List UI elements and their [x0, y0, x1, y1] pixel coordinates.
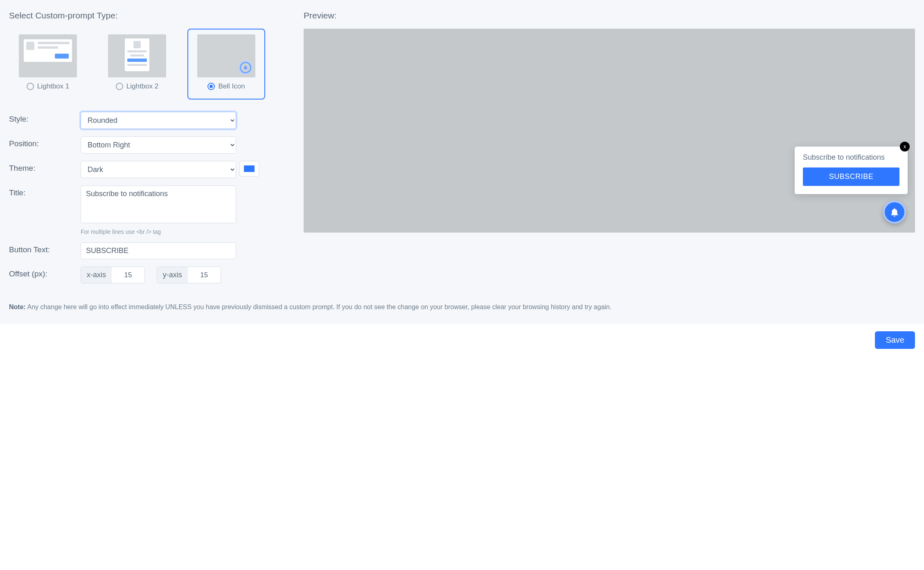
bell-icon [240, 62, 251, 73]
prompt-type-options: Lightbox 1 Lightbox 2 Bell Icon [9, 29, 287, 100]
radio-icon [116, 83, 123, 90]
position-label: Position: [9, 136, 81, 148]
lightbox2-thumb [108, 34, 166, 77]
type-option-lightbox1[interactable]: Lightbox 1 [9, 29, 87, 100]
preview-bell-icon[interactable] [883, 201, 906, 224]
type-option-bell-icon[interactable]: Bell Icon [187, 29, 265, 100]
lightbox1-thumb [19, 34, 77, 77]
type-label: Lightbox 1 [37, 82, 69, 90]
preview-canvas: x Subscribe to notifications SUBSCRIBE [304, 29, 915, 233]
theme-select[interactable]: Dark [81, 161, 236, 178]
title-hint: For multiple lines use <br /> tag [81, 228, 287, 235]
title-label: Title: [9, 185, 81, 197]
preview-popup: x Subscribe to notifications SUBSCRIBE [795, 147, 908, 194]
footer: Save [0, 324, 924, 356]
title-textarea[interactable]: Subscribe to notifications [81, 185, 236, 223]
preview-column: Preview: x Subscribe to notifications SU… [304, 11, 915, 291]
settings-panel: Select Custom-prompt Type: Lightbox 1 Li… [0, 0, 924, 324]
radio-icon [27, 83, 34, 90]
save-button[interactable]: Save [875, 331, 915, 349]
type-option-lightbox2[interactable]: Lightbox 2 [98, 29, 176, 100]
select-type-heading: Select Custom-prompt Type: [9, 11, 287, 20]
y-axis-tag: y-axis [157, 267, 188, 283]
config-column: Select Custom-prompt Type: Lightbox 1 Li… [9, 11, 287, 291]
radio-icon [207, 83, 215, 90]
style-label: Style: [9, 112, 81, 124]
style-select[interactable]: Rounded [81, 112, 236, 129]
color-swatch[interactable] [239, 161, 259, 176]
note-text: Note: Any change here will go into effec… [9, 302, 915, 312]
offset-x-input[interactable] [112, 267, 144, 283]
preview-title: Subscribe to notifications [803, 153, 899, 162]
bell-icon-thumb [197, 34, 255, 77]
button-text-input[interactable] [81, 242, 236, 259]
bell-icon [889, 207, 900, 217]
x-axis-tag: x-axis [81, 267, 112, 283]
preview-subscribe-button[interactable]: SUBSCRIBE [803, 167, 899, 186]
button-text-label: Button Text: [9, 242, 81, 254]
offset-label: Offset (px): [9, 267, 81, 278]
note-label: Note: [9, 303, 26, 310]
note-body: Any change here will go into effect imme… [26, 303, 612, 310]
close-icon[interactable]: x [900, 142, 910, 152]
position-select[interactable]: Bottom Right [81, 136, 236, 154]
preview-heading: Preview: [304, 11, 915, 20]
type-label: Bell Icon [218, 82, 245, 90]
type-label: Lightbox 2 [126, 82, 158, 90]
offset-y-input[interactable] [188, 267, 221, 283]
theme-label: Theme: [9, 161, 81, 173]
